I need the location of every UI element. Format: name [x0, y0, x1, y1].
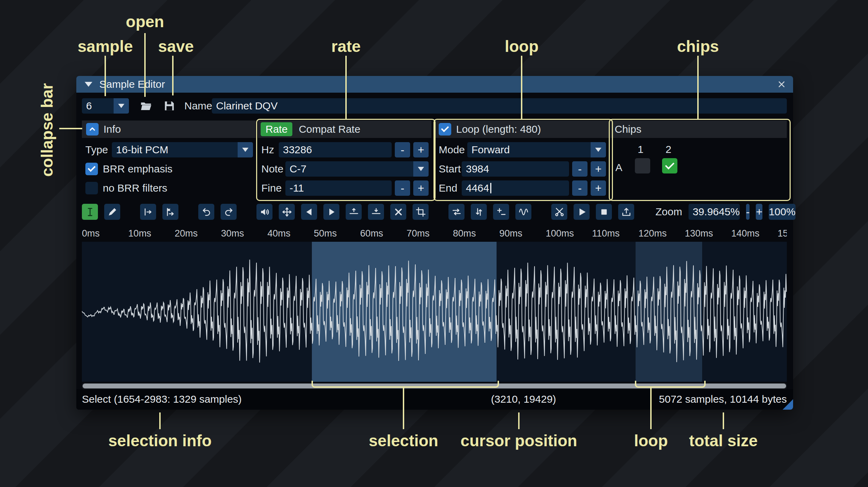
brr-emphasis-label: BRR emphasis	[103, 163, 172, 175]
annotation-loop-bottom: loop	[634, 431, 668, 450]
normalize-button[interactable]	[279, 204, 295, 220]
ruler-label: 120ms	[638, 228, 667, 239]
zoom-input[interactable]: 39.9645%	[689, 204, 740, 220]
fine-minus-button[interactable]: -	[395, 180, 410, 196]
collapse-window-icon[interactable]	[85, 82, 92, 87]
amplify-button[interactable]	[256, 204, 272, 220]
type-select[interactable]: 16-bit PCM	[112, 142, 253, 157]
loop-end-minus-button[interactable]: -	[572, 180, 587, 196]
ruler-label: 100ms	[546, 228, 574, 239]
insert-silence-button[interactable]	[346, 204, 362, 220]
fine-plus-button[interactable]: +	[413, 180, 429, 196]
hz-plus-button[interactable]: +	[413, 142, 429, 157]
delete-button[interactable]	[390, 204, 406, 220]
loop-enable-checkbox[interactable]	[439, 123, 451, 136]
time-ruler: 0ms10ms20ms30ms40ms50ms60ms70ms80ms90ms1…	[82, 226, 787, 240]
ruler-label: 140ms	[731, 228, 759, 239]
fade-out-button[interactable]	[323, 204, 339, 220]
preview-button[interactable]	[574, 204, 590, 220]
draw-tool-button[interactable]	[104, 204, 120, 220]
total-size-text: 5072 samples, 10144 bytes	[659, 393, 787, 405]
hz-input[interactable]: 33286	[279, 142, 392, 157]
resample-button[interactable]	[162, 204, 178, 220]
hz-minus-button[interactable]: -	[395, 142, 410, 157]
loop-start-label: Start	[439, 163, 462, 175]
trim-icon	[415, 207, 426, 217]
annotation-line-total-size	[723, 412, 724, 429]
loop-end-plus-button[interactable]: +	[591, 180, 606, 196]
loop-start-plus-button[interactable]: +	[591, 161, 606, 177]
upload-sample-icon	[621, 207, 632, 217]
waveform-view[interactable]	[82, 242, 787, 382]
ruler-label: 30ms	[221, 228, 244, 239]
save-sample-button[interactable]	[162, 98, 177, 114]
type-dropdown-button[interactable]	[238, 142, 253, 157]
fade-in-button[interactable]	[301, 204, 317, 220]
annotation-cursor-position: cursor position	[461, 431, 577, 450]
resize-button[interactable]	[140, 204, 156, 220]
loop-mode-select[interactable]: Forward	[467, 142, 606, 157]
name-input[interactable]: Clarinet DQV	[212, 98, 787, 114]
toolbar-buttons	[82, 204, 634, 220]
fine-row: Fine -11 - +	[261, 180, 429, 196]
redo-button[interactable]	[221, 204, 237, 220]
note-label: Note	[261, 163, 285, 175]
folder-open-icon	[140, 100, 152, 112]
apply-silence-button[interactable]	[368, 204, 384, 220]
ruler-label: 10ms	[128, 228, 151, 239]
apply-silence-icon	[371, 207, 382, 217]
loop-end-row: End 4464 - +	[439, 180, 606, 196]
close-button[interactable]	[776, 78, 788, 90]
insert-silence-icon	[348, 207, 359, 217]
sign-button[interactable]	[493, 204, 509, 220]
rate-title: Compat Rate	[299, 123, 360, 135]
invert-button[interactable]	[471, 204, 487, 220]
fine-input[interactable]: -11	[285, 180, 392, 196]
no-brr-filters-checkbox[interactable]	[85, 182, 98, 194]
titlebar: Sample Editor	[76, 76, 793, 93]
brr-emphasis-checkbox[interactable]	[85, 163, 98, 175]
note-select[interactable]: C-7	[285, 161, 429, 177]
stop-preview-button[interactable]	[596, 204, 612, 220]
name-label: Name	[184, 98, 212, 114]
chevron-down-icon	[118, 104, 124, 108]
zoom-reset-button[interactable]: 100%	[769, 204, 796, 220]
rate-badge[interactable]: Rate	[261, 122, 292, 136]
chip-1-checkbox[interactable]	[635, 158, 650, 173]
loop-start-input[interactable]: 3984	[462, 161, 569, 177]
undo-icon	[201, 207, 212, 217]
zoom-plus-button[interactable]: +	[756, 204, 762, 220]
brr-emphasis-row: BRR emphasis	[85, 161, 253, 177]
save-icon	[163, 100, 176, 112]
zoom-minus-button[interactable]: -	[746, 204, 750, 220]
scrollbar-thumb[interactable]	[83, 384, 786, 388]
chevron-down-icon	[595, 148, 601, 152]
type-row: Type 16-bit PCM	[85, 142, 253, 157]
undo-button[interactable]	[198, 204, 214, 220]
open-sample-button[interactable]	[138, 98, 154, 114]
resize-grip[interactable]	[783, 399, 793, 410]
loop-end-input[interactable]: 4464	[462, 180, 569, 196]
crossfade-loop-button[interactable]	[551, 204, 567, 220]
ruler-label: 0ms	[82, 228, 100, 239]
normalize-icon	[282, 207, 292, 217]
annotation-loop: loop	[505, 37, 538, 56]
reverse-button[interactable]	[448, 204, 464, 220]
rate-header: Rate Compat Rate	[258, 121, 431, 138]
trim-button[interactable]	[413, 204, 429, 220]
sample-number-dropdown-button[interactable]	[114, 98, 129, 114]
select-tool-button[interactable]	[82, 204, 98, 220]
window-title: Sample Editor	[99, 78, 165, 90]
chip-2-checkbox[interactable]	[662, 158, 677, 173]
filter-button[interactable]	[515, 204, 531, 220]
upload-sample-button[interactable]	[618, 204, 634, 220]
sample-number-select[interactable]: 6	[82, 98, 129, 114]
collapse-bar-button[interactable]	[86, 123, 99, 136]
note-dropdown-button[interactable]	[413, 161, 429, 177]
loop-panel: Loop (length: 480) Mode Forward Start 39…	[435, 121, 609, 197]
loop-start-value: 3984	[462, 163, 489, 175]
loop-start-minus-button[interactable]: -	[572, 161, 587, 177]
horizontal-scrollbar[interactable]	[82, 383, 787, 389]
chips-header: Chips	[610, 121, 787, 138]
loop-mode-dropdown-button[interactable]	[591, 142, 606, 157]
